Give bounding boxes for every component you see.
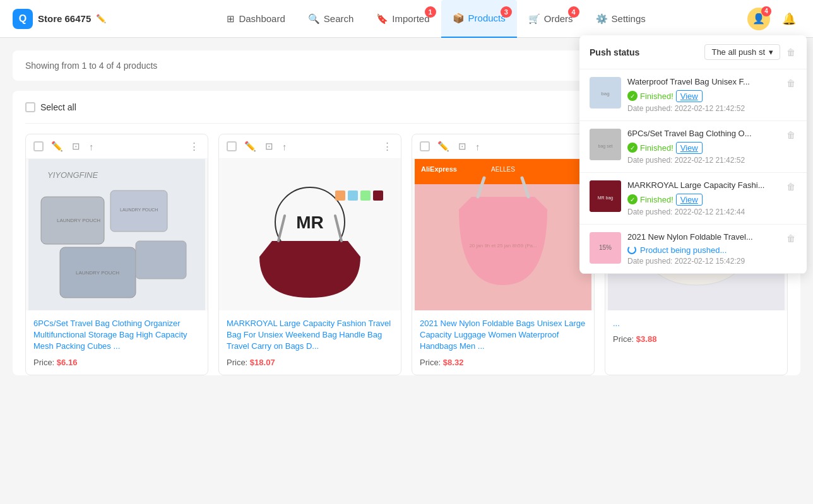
svg-text:MR bag: MR bag [598,196,614,201]
dashboard-icon: ⊞ [227,13,235,25]
push-item-status-1: ✓ Finished! View [627,90,779,102]
svg-text:YIYONGFINE: YIYONGFINE [47,170,98,180]
push-item-content-4: 2021 New Nylon Foldable Travel... Produc… [627,232,779,266]
price-value-3: $8.32 [443,358,464,367]
edit-product-icon-2[interactable]: ✏️ [243,139,258,153]
product-image-3: AliExpress AELLES 20 jan 9h et 25 jan 8h… [412,159,594,310]
store-logo[interactable]: Q Store 66475 ✏️ [13,9,106,29]
push-icon-2[interactable]: ↑ [281,140,288,153]
status-check-icon-1: ✓ [627,91,638,101]
svg-rect-14 [136,241,186,279]
push-item-date-3: Date pushed: 2022-02-12 21:42:44 [627,208,779,216]
product-info-2: MARKROYAL Large Capacity Fashion Travel … [219,310,401,375]
select-all-container[interactable]: Select all [25,102,76,112]
select-all-label: Select all [40,102,76,112]
push-item-3: MR bag MARKROYAL Large Capacity Fashi...… [579,173,807,225]
nav-imported-label: Imported [392,13,429,24]
push-item-name-3: MARKROYAL Large Capacity Fashi... [627,180,779,191]
svg-text:AELLES: AELLES [491,166,515,173]
more-icon-2[interactable]: ⋮ [381,139,393,153]
product-price-3: Price: $8.32 [420,358,586,367]
svg-text:LAUNDRY POUCH: LAUNDRY POUCH [57,218,100,223]
nav-settings[interactable]: ⚙️ Settings [585,0,657,38]
imported-badge: 1 [425,6,436,18]
product-card-2: ✏️ ⊡ ↑ ⋮ MR [218,134,401,375]
push-item-date-2: Date pushed: 2022-02-12 21:42:52 [627,156,779,165]
pushing-text: Product being pushed... [640,245,727,255]
nav-search[interactable]: 🔍 Search [297,0,365,38]
product-card-1: ✏️ ⊡ ↑ ⋮ YIYONGFINE LAUNDRY POUCH LAUNDR… [25,134,208,375]
svg-rect-20 [335,190,345,201]
nav-products[interactable]: 📦 Products 3 [441,0,517,38]
product-title-2[interactable]: MARKROYAL Large Capacity Fashion Travel … [227,318,393,353]
push-item-date-4: Date pushed: 2022-02-12 15:42:29 [627,257,779,266]
search-icon: 🔍 [308,13,320,25]
push-item-content-1: Waterproof Travel Bag Unisex F... ✓ Fini… [627,77,779,113]
view-link-3[interactable]: View [676,194,703,206]
push-item-4: 15% 2021 New Nylon Foldable Travel... Pr… [579,225,807,274]
push-item-name-4: 2021 New Nylon Foldable Travel... [627,232,779,243]
nav-search-label: Search [324,13,354,24]
more-icon-1[interactable]: ⋮ [188,139,200,153]
showing-text: Showing from 1 to 4 of 4 products [25,61,157,71]
svg-rect-21 [348,190,358,201]
product-price-1: Price: $6.16 [33,358,200,367]
product-info-3: 2021 New Nylon Foldable Bags Unisex Larg… [412,310,594,375]
svg-text:MR: MR [296,213,324,232]
product-image-2: MR [219,159,401,310]
view-link-1[interactable]: View [676,90,703,102]
push-icon-1[interactable]: ↑ [88,140,95,153]
header-actions: 👤 4 🔔 [747,8,800,30]
variants-icon-3[interactable]: ⊡ [457,139,468,153]
card-toolbar-2: ✏️ ⊡ ↑ ⋮ [219,134,401,159]
push-item-thumb-1: bag [590,77,621,108]
product-title-3[interactable]: 2021 New Nylon Foldable Bags Unisex Larg… [420,318,586,353]
push-item-status-4: Product being pushed... [627,245,779,255]
product-title-1[interactable]: 6PCs/Set Travel Bag Clothing Organizer M… [33,318,200,353]
app-icon: Q [13,9,33,29]
notification-button[interactable]: 👤 4 [747,8,770,30]
edit-store-icon[interactable]: ✏️ [96,14,106,23]
svg-text:bag set: bag set [598,144,613,149]
price-value-2: $18.07 [250,358,275,367]
edit-product-icon-3[interactable]: ✏️ [436,139,451,153]
push-status-title: Push status [590,47,639,57]
product-checkbox-1[interactable] [33,141,44,151]
product-info-4: ... Price: $3.88 [605,310,787,351]
push-icon-3[interactable]: ↑ [474,140,482,153]
price-value-4: $3.88 [636,334,657,344]
select-all-checkbox[interactable] [25,102,35,112]
nav-orders[interactable]: 🛒 Orders 4 [517,0,585,38]
product-title-4[interactable]: ... [613,318,780,329]
push-item-thumb-2: bag set [590,129,621,160]
status-check-icon-3: ✓ [627,194,638,204]
product-checkbox-2[interactable] [227,141,237,151]
delete-push-item-2[interactable]: 🗑 [785,129,797,141]
imported-icon: 🔖 [376,13,388,25]
pushing-spinner [627,245,636,254]
products-badge: 3 [501,6,512,18]
push-status-selector[interactable]: The all push st ▾ [704,44,780,60]
push-item-thumb-4: 15% [590,232,621,264]
clear-all-icon[interactable]: 🗑 [785,46,797,59]
push-status-header: Push status The all push st ▾ 🗑 [579,35,807,69]
push-item-content-2: 6PCs/Set Travel Bag Clothing O... ✓ Fini… [627,129,779,165]
nav-dashboard[interactable]: ⊞ Dashboard [215,0,296,38]
delete-push-item-1[interactable]: 🗑 [785,77,797,90]
bell-button[interactable]: 🔔 [778,8,800,30]
svg-text:bag: bag [601,91,609,97]
view-link-2[interactable]: View [676,142,703,154]
svg-text:LAUNDRY POUCH: LAUNDRY POUCH [120,208,158,212]
product-checkbox-3[interactable] [420,141,430,151]
nav-imported[interactable]: 🔖 Imported 1 [365,0,441,38]
push-item-name-1: Waterproof Travel Bag Unisex F... [627,77,779,88]
delete-push-item-3[interactable]: 🗑 [785,180,797,193]
variants-icon-1[interactable]: ⊡ [71,139,81,153]
push-item-status-3: ✓ Finished! View [627,194,779,206]
orders-badge: 4 [568,6,579,18]
delete-push-item-4[interactable]: 🗑 [785,232,797,245]
edit-product-icon-1[interactable]: ✏️ [50,139,64,153]
product-card-3: ✏️ ⊡ ↑ ⋮ AliExpress AELLES [412,134,595,375]
nav-dashboard-label: Dashboard [239,13,285,24]
variants-icon-2[interactable]: ⊡ [264,139,275,153]
